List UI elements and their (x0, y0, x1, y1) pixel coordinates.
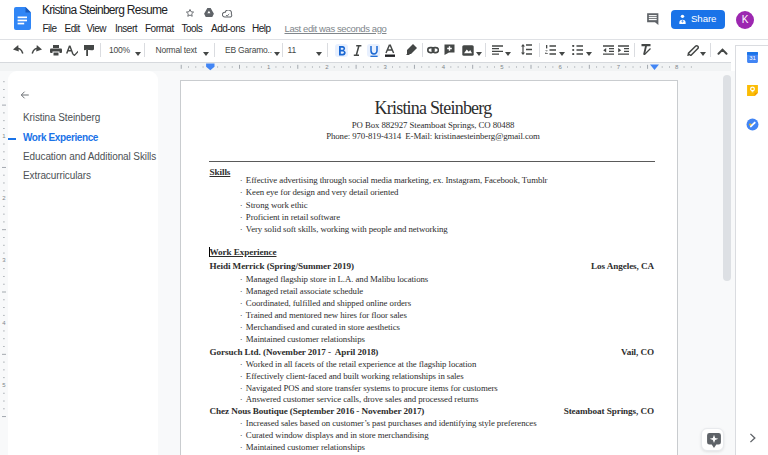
svg-text:4: 4 (2, 319, 6, 325)
svg-text:8: 8 (675, 64, 679, 70)
svg-text:5: 5 (2, 382, 6, 388)
svg-text:31: 31 (749, 55, 756, 61)
svg-text:2: 2 (325, 64, 329, 70)
svg-text:1: 1 (2, 132, 6, 138)
svg-text:6: 6 (558, 64, 562, 70)
svg-text:3: 3 (384, 64, 388, 70)
svg-text:2: 2 (2, 195, 6, 201)
svg-text:5: 5 (500, 64, 504, 70)
svg-text:7: 7 (617, 64, 621, 70)
svg-text:1: 1 (267, 64, 271, 70)
svg-text:4: 4 (442, 64, 446, 70)
svg-text:3: 3 (2, 257, 6, 263)
